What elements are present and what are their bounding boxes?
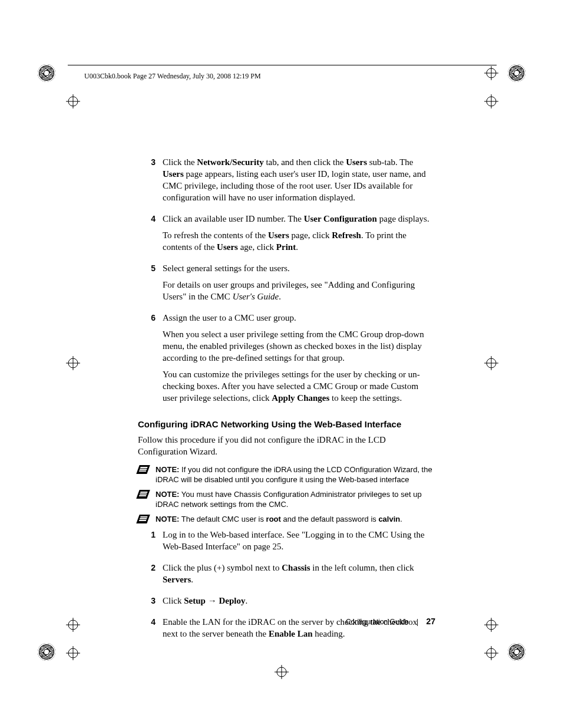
step-number: 6 — [138, 312, 163, 409]
crop-mark-icon — [484, 646, 498, 660]
header-rule — [68, 65, 497, 65]
crop-mark-icon — [484, 356, 498, 370]
steps-list-a: 3Click the Network/Security tab, and the… — [138, 156, 432, 409]
step-item: 6Assign the user to a CMC user group.Whe… — [138, 312, 432, 409]
step-item: 2Click the plus (+) symbol next to Chass… — [138, 562, 432, 590]
crop-mark-icon — [275, 665, 289, 679]
step-paragraph: For details on user groups and privilege… — [163, 279, 432, 302]
crop-mark-icon — [66, 618, 80, 632]
footer-title: Configuration Guide — [346, 618, 409, 626]
step-paragraph: Click the Network/Security tab, and then… — [163, 156, 432, 203]
step-item: 5Select general settings for the users.F… — [138, 262, 432, 307]
crop-mark-icon — [484, 618, 498, 632]
step-body: Log in to the Web-based interface. See "… — [163, 529, 432, 557]
step-body: Select general settings for the users.Fo… — [163, 262, 432, 307]
step-body: Click an available user ID number. The U… — [163, 213, 432, 258]
step-number: 5 — [138, 262, 163, 307]
crop-ornament-icon — [38, 643, 55, 661]
intro-paragraph: Follow this procedure if you did not con… — [138, 434, 432, 457]
note-row: NOTE: The default CMC user is root and t… — [138, 514, 432, 524]
step-number: 4 — [138, 616, 163, 644]
step-number: 4 — [138, 213, 163, 258]
step-paragraph: When you select a user privilege setting… — [163, 328, 432, 364]
notes-block: NOTE: If you did not configure the iDRA … — [138, 465, 432, 524]
steps-list-b: 1Log in to the Web-based interface. See … — [138, 529, 432, 644]
step-item: 4Click an available user ID number. The … — [138, 213, 432, 258]
step-body: Assign the user to a CMC user group.When… — [163, 312, 432, 409]
crop-ornament-icon — [38, 64, 55, 82]
step-item: 3Click Setup → Deploy. — [138, 595, 432, 611]
crop-ornament-icon — [508, 643, 525, 661]
note-icon — [136, 465, 150, 474]
page-number: 27 — [426, 617, 435, 626]
step-paragraph: You can customize the privileges setting… — [163, 368, 432, 404]
note-text: NOTE: You must have Chassis Configuratio… — [156, 489, 432, 509]
crop-mark-icon — [484, 66, 498, 80]
section-heading: Configuring iDRAC Networking Using the W… — [138, 419, 432, 429]
step-number: 1 — [138, 529, 163, 557]
step-paragraph: Assign the user to a CMC user group. — [163, 312, 432, 324]
step-item: 1Log in to the Web-based interface. See … — [138, 529, 432, 557]
step-paragraph: Click Setup → Deploy. — [163, 595, 432, 607]
page-footer: Configuration Guide | 27 — [346, 617, 435, 626]
step-body: Click Setup → Deploy. — [163, 595, 432, 611]
note-row: NOTE: If you did not configure the iDRA … — [138, 465, 432, 485]
step-body: Click the Network/Security tab, and then… — [163, 156, 432, 208]
note-text: NOTE: The default CMC user is root and t… — [156, 514, 432, 524]
crop-mark-icon — [484, 94, 498, 108]
crop-mark-icon — [66, 94, 80, 108]
step-number: 3 — [138, 156, 163, 208]
header-meta: U003Cbk0.book Page 27 Wednesday, July 30… — [84, 72, 261, 81]
note-row: NOTE: You must have Chassis Configuratio… — [138, 489, 432, 509]
step-paragraph: Click the plus (+) symbol next to Chassi… — [163, 562, 432, 585]
note-icon — [136, 515, 150, 523]
note-text: NOTE: If you did not configure the iDRA … — [156, 465, 432, 485]
step-paragraph: Log in to the Web-based interface. See "… — [163, 529, 432, 552]
crop-ornament-icon — [508, 64, 525, 82]
page-content: 3Click the Network/Security tab, and the… — [138, 156, 432, 649]
step-item: 3Click the Network/Security tab, and the… — [138, 156, 432, 208]
step-number: 2 — [138, 562, 163, 590]
crop-mark-icon — [66, 646, 80, 660]
footer-separator: | — [416, 618, 418, 626]
step-paragraph: Click an available user ID number. The U… — [163, 213, 432, 225]
step-number: 3 — [138, 595, 163, 611]
step-body: Click the plus (+) symbol next to Chassi… — [163, 562, 432, 590]
note-icon — [136, 490, 150, 499]
crop-mark-icon — [66, 356, 80, 370]
step-paragraph: Select general settings for the users. — [163, 262, 432, 274]
step-paragraph: To refresh the contents of the Users pag… — [163, 229, 432, 253]
